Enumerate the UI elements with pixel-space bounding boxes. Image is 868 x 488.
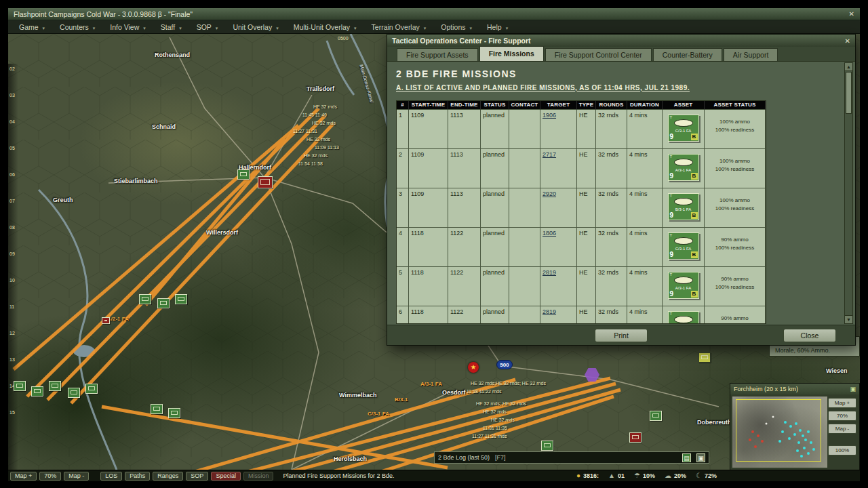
dialog-tab[interactable]: Air Support xyxy=(724,48,778,61)
unit-counter[interactable] xyxy=(139,294,151,304)
dialog-close-icon[interactable]: ✕ xyxy=(845,37,850,45)
unit-counter[interactable] xyxy=(85,384,98,394)
fire-mission-row[interactable]: 3 1109 1113 planned 2920 HE 32 rnds 4 mi… xyxy=(397,188,766,228)
hex-row-label: 08 xyxy=(9,225,18,230)
toolbar-button[interactable]: Special xyxy=(211,472,241,481)
minimap-image[interactable] xyxy=(732,396,827,468)
dialog-tab[interactable]: Fire Support Control Center xyxy=(545,48,652,61)
cell-end-time: 1113 xyxy=(448,188,481,228)
column-header: ROUNDS xyxy=(596,101,627,110)
menu-item[interactable]: Terrain Overlay xyxy=(366,22,432,33)
scroll-up-icon[interactable]: ▲ xyxy=(845,63,852,71)
menu-item[interactable]: Counters xyxy=(54,22,100,33)
log-pin-icon[interactable]: ▣ xyxy=(696,453,705,462)
asset-counter[interactable]: T C/3-1 FA 9 B xyxy=(668,115,699,142)
indicator-value: 01 xyxy=(618,472,625,479)
counter-grade: B xyxy=(691,251,698,258)
window-titlebar[interactable]: Flashpoint Campaigns Cold War - 3.0.0.98… xyxy=(8,8,860,20)
dialog-tab[interactable]: Fire Missions xyxy=(479,46,544,61)
toolbar-button[interactable]: LOS xyxy=(100,472,122,481)
toolbar-button[interactable]: Ranges xyxy=(153,472,183,481)
counter-grade: B xyxy=(691,173,698,180)
asset-counter[interactable]: T C/3-1 FA 9 B xyxy=(668,232,699,260)
target-link[interactable]: 1906 xyxy=(542,112,556,119)
close-button[interactable]: Close xyxy=(783,329,836,342)
log-expand-icon[interactable]: ▤ xyxy=(682,453,691,462)
unit-counter[interactable] xyxy=(258,176,273,188)
unit-counter[interactable] xyxy=(237,169,250,180)
fire-mission-row[interactable]: 4 1118 1122 planned 1806 HE 32 rnds 4 mi… xyxy=(397,228,766,267)
toolbar-button[interactable]: Mission xyxy=(243,472,274,481)
place-label: Wimmelbach xyxy=(339,392,376,399)
unit-counter[interactable] xyxy=(151,404,163,414)
window-close-icon[interactable]: ✕ xyxy=(849,10,854,18)
menu-item[interactable]: Unit Overlay xyxy=(227,22,283,33)
unit-counter[interactable] xyxy=(14,381,26,391)
unit-counter[interactable] xyxy=(49,381,61,391)
minimap-zoom-button[interactable]: 70% xyxy=(828,411,856,421)
asset-counter[interactable]: T B/3-1 FA 9 B xyxy=(668,311,699,324)
map-marker[interactable]: 500 xyxy=(496,360,513,369)
target-link[interactable]: 2920 xyxy=(542,190,556,197)
unit-counter[interactable] xyxy=(68,388,80,398)
unit-counter[interactable] xyxy=(175,294,187,304)
menu-item[interactable]: Staff xyxy=(155,22,187,33)
asset-readiness: 100% readiness xyxy=(707,165,763,174)
log-bar[interactable]: 2 Bde Log (last 50) [F7] ▤ ▣ xyxy=(434,451,709,464)
minimap-zoom-button[interactable]: Map - xyxy=(828,424,856,434)
fire-mission-annotation: B/3-1 xyxy=(395,396,408,403)
asset-counter[interactable]: T B/3-1 FA 9 B xyxy=(668,193,699,220)
minimap-zoom-button[interactable]: Map + xyxy=(828,398,856,408)
menu-bar: Game Counters Info View Staff SOP Unit O… xyxy=(8,20,860,34)
unit-counter[interactable] xyxy=(157,298,170,308)
minimap-zoom-button[interactable]: 100% xyxy=(828,445,856,455)
fire-mission-row[interactable]: 6 1118 1122 planned 2819 HE 32 rnds 4 mi… xyxy=(397,306,766,324)
cell-status: planned xyxy=(481,188,509,228)
unit-counter[interactable] xyxy=(698,352,711,363)
print-button[interactable]: Print xyxy=(595,329,648,342)
fire-mission-row[interactable]: 2 1109 1113 planned 2717 HE 32 rnds 4 mi… xyxy=(397,149,766,188)
minimap-viewport-rect[interactable] xyxy=(736,399,821,462)
toolbar-button[interactable]: SOP xyxy=(186,472,208,481)
menu-item[interactable]: SOP xyxy=(191,22,224,33)
log-title: 2 Bde Log (last 50) xyxy=(438,454,490,461)
place-label: Wiesen xyxy=(826,367,847,374)
target-link[interactable]: 2819 xyxy=(542,308,556,315)
target-link[interactable]: 2819 xyxy=(542,269,556,276)
unit-counter[interactable] xyxy=(541,441,553,451)
dialog-title: Tactical Operations Center - Fire Suppor… xyxy=(392,37,531,45)
map-marker[interactable]: ★ xyxy=(468,362,479,373)
place-label: Stiebarlimbach xyxy=(114,178,158,184)
cell-rounds: 32 rnds xyxy=(596,110,627,149)
menu-item[interactable]: Game xyxy=(14,22,50,33)
fire-mission-row[interactable]: 5 1118 1122 planned 2819 HE 32 rnds 4 mi… xyxy=(397,267,766,306)
cell-end-time: 1113 xyxy=(448,110,481,149)
dialog-tab[interactable]: Counter-Battery xyxy=(653,48,722,61)
toolbar-button[interactable]: Map - xyxy=(64,472,89,481)
scroll-down-icon[interactable]: ▼ xyxy=(845,315,852,323)
menu-item[interactable]: Multi-Unit Overlay xyxy=(288,22,362,33)
unit-counter[interactable] xyxy=(102,317,110,324)
table-scrollbar[interactable]: ▲ ▼ xyxy=(844,62,853,324)
unit-counter[interactable] xyxy=(31,386,43,396)
cell-status: planned xyxy=(481,267,509,306)
menu-item[interactable]: Options xyxy=(435,22,477,33)
toolbar-button[interactable]: 70% xyxy=(39,472,61,481)
unit-counter[interactable] xyxy=(629,432,642,443)
dialog-tab[interactable]: Fire Support Assets xyxy=(397,48,478,61)
menu-item[interactable]: Info View xyxy=(104,22,151,33)
fire-mission-row[interactable]: 1 1109 1113 planned 1906 HE 32 rnds 4 mi… xyxy=(397,110,766,149)
dialog-titlebar[interactable]: Tactical Operations Center - Fire Suppor… xyxy=(387,35,855,47)
target-link[interactable]: 2717 xyxy=(542,151,556,158)
menu-item[interactable]: Help xyxy=(481,22,513,33)
unit-counter[interactable] xyxy=(168,408,180,418)
minimap-menu-icon[interactable]: ▣ xyxy=(850,386,856,392)
target-link[interactable]: 1806 xyxy=(542,230,556,237)
asset-counter[interactable]: T A/3-1 FA 9 B xyxy=(668,154,699,181)
unit-counter[interactable] xyxy=(650,411,662,421)
place-label: Dobenreuth xyxy=(697,419,732,426)
scroll-thumb[interactable] xyxy=(846,72,852,114)
asset-counter[interactable]: T A/3-1 FA 9 B xyxy=(668,272,699,299)
toolbar-button[interactable]: Map + xyxy=(10,472,37,481)
toolbar-button[interactable]: Paths xyxy=(125,472,150,481)
